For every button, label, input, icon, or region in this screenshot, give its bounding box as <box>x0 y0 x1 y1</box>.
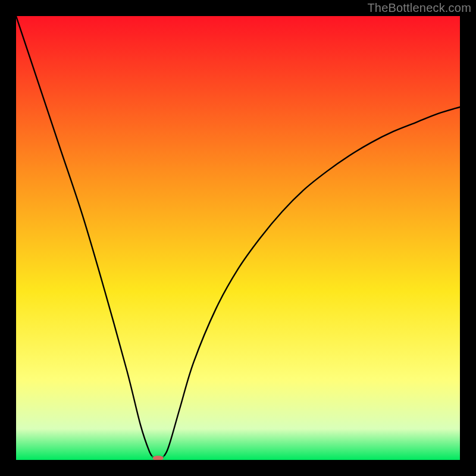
chart-frame <box>16 16 460 460</box>
bottleneck-chart <box>16 16 460 460</box>
gradient-background <box>16 16 460 460</box>
watermark-text: TheBottleneck.com <box>367 1 471 15</box>
